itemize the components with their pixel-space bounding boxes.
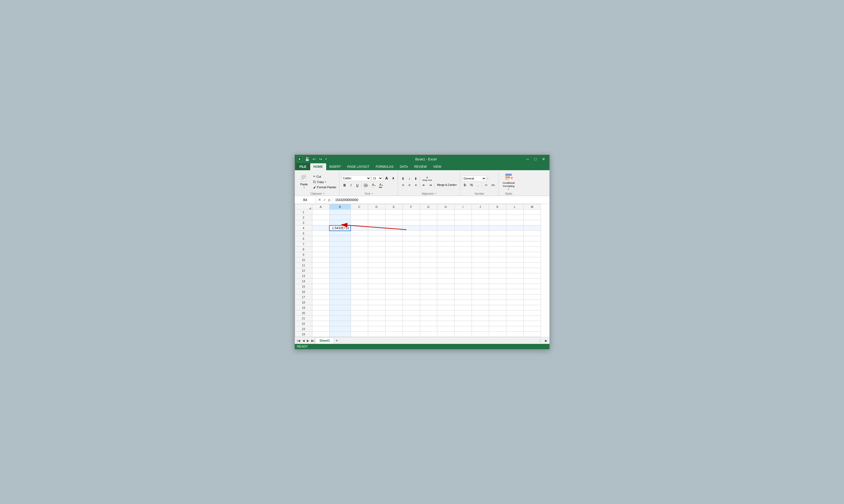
- cell-h22[interactable]: [437, 321, 454, 326]
- cell-j12[interactable]: [471, 268, 489, 273]
- cell-h16[interactable]: [437, 289, 454, 294]
- align-top-btn[interactable]: ⬆: [400, 176, 406, 182]
- cell-f6[interactable]: [402, 236, 420, 241]
- tab-file[interactable]: FILE: [296, 163, 310, 170]
- cell-c5[interactable]: [351, 231, 368, 236]
- format-painter-button[interactable]: 🖌 Format Painter: [312, 185, 338, 190]
- cell-a23[interactable]: [312, 326, 329, 332]
- tab-page-layout[interactable]: PAGE LAYOUT: [344, 163, 373, 170]
- cell-l23[interactable]: [506, 326, 523, 332]
- cell-f13[interactable]: [402, 273, 420, 278]
- minimize-btn[interactable]: ─: [524, 157, 531, 162]
- redo-quick-btn[interactable]: ↪: [318, 157, 323, 162]
- indent-decrease-btn[interactable]: ⇤: [421, 182, 427, 188]
- cell-a2[interactable]: [312, 215, 329, 220]
- cell-d17[interactable]: [368, 294, 385, 300]
- cell-c15[interactable]: [351, 284, 368, 289]
- cell-e2[interactable]: [385, 215, 402, 220]
- cell-g2[interactable]: [420, 215, 437, 220]
- cell-k22[interactable]: [489, 321, 506, 326]
- qa-dropdown-btn[interactable]: ▾: [324, 157, 328, 161]
- cell-f4[interactable]: [402, 226, 420, 231]
- cell-c18[interactable]: [351, 300, 368, 305]
- cell-e16[interactable]: [385, 289, 402, 294]
- cell-c19[interactable]: [351, 305, 368, 310]
- cell-c22[interactable]: [351, 321, 368, 326]
- cell-f16[interactable]: [402, 289, 420, 294]
- cell-j17[interactable]: [471, 294, 489, 300]
- cell-m21[interactable]: [523, 316, 541, 321]
- cell-h20[interactable]: [437, 310, 454, 316]
- cell-b7[interactable]: [329, 241, 351, 247]
- paste-button[interactable]: Paste ▾: [297, 174, 311, 190]
- cell-g12[interactable]: [420, 268, 437, 273]
- cell-d6[interactable]: [368, 236, 385, 241]
- cell-c12[interactable]: [351, 268, 368, 273]
- cell-k13[interactable]: [489, 273, 506, 278]
- cell-h15[interactable]: [437, 284, 454, 289]
- cell-j5[interactable]: [471, 231, 489, 236]
- cell-f19[interactable]: [402, 305, 420, 310]
- align-bottom-btn[interactable]: ⬇: [413, 176, 419, 182]
- cell-g21[interactable]: [420, 316, 437, 321]
- cell-d13[interactable]: [368, 273, 385, 278]
- cell-m7[interactable]: [523, 241, 541, 247]
- cell-l20[interactable]: [506, 310, 523, 316]
- cell-f11[interactable]: [402, 263, 420, 268]
- cell-a3[interactable]: [312, 220, 329, 226]
- cell-g22[interactable]: [420, 321, 437, 326]
- cell-e9[interactable]: [385, 252, 402, 257]
- cell-i11[interactable]: [454, 263, 471, 268]
- cell-i19[interactable]: [454, 305, 471, 310]
- tab-view[interactable]: VIEW: [430, 163, 445, 170]
- formula-input[interactable]: [333, 198, 549, 202]
- cell-b3[interactable]: [329, 220, 351, 226]
- copy-button[interactable]: ⿻ Copy ▾: [312, 180, 338, 184]
- merge-center-btn[interactable]: Merge & Center ▾: [436, 182, 458, 188]
- cell-d24[interactable]: [368, 332, 385, 337]
- cell-e5[interactable]: [385, 231, 402, 236]
- cell-l12[interactable]: [506, 268, 523, 273]
- cell-k21[interactable]: [489, 316, 506, 321]
- cell-m9[interactable]: [523, 252, 541, 257]
- cell-f10[interactable]: [402, 257, 420, 263]
- cell-b1[interactable]: [329, 210, 351, 215]
- cell-b20[interactable]: [329, 310, 351, 316]
- cell-i16[interactable]: [454, 289, 471, 294]
- cell-m22[interactable]: [523, 321, 541, 326]
- cell-d9[interactable]: [368, 252, 385, 257]
- cell-d12[interactable]: [368, 268, 385, 273]
- cell-h2[interactable]: [437, 215, 454, 220]
- cell-k2[interactable]: [489, 215, 506, 220]
- cell-a22[interactable]: [312, 321, 329, 326]
- cell-g23[interactable]: [420, 326, 437, 332]
- cell-a15[interactable]: [312, 284, 329, 289]
- cell-f22[interactable]: [402, 321, 420, 326]
- currency-btn[interactable]: $▾: [462, 182, 468, 188]
- sheet-nav-first-btn[interactable]: |◀: [296, 338, 301, 343]
- italic-button[interactable]: I: [348, 182, 354, 188]
- cell-b2[interactable]: [329, 215, 351, 220]
- cell-h18[interactable]: [437, 300, 454, 305]
- cell-g3[interactable]: [420, 220, 437, 226]
- cell-i10[interactable]: [454, 257, 471, 263]
- cell-i23[interactable]: [454, 326, 471, 332]
- cell-h5[interactable]: [437, 231, 454, 236]
- cell-j18[interactable]: [471, 300, 489, 305]
- cell-j22[interactable]: [471, 321, 489, 326]
- cell-j15[interactable]: [471, 284, 489, 289]
- cell-h4[interactable]: [437, 226, 454, 231]
- cell-g13[interactable]: [420, 273, 437, 278]
- cell-a18[interactable]: [312, 300, 329, 305]
- cell-a16[interactable]: [312, 289, 329, 294]
- cell-l10[interactable]: [506, 257, 523, 263]
- cell-e13[interactable]: [385, 273, 402, 278]
- align-right-btn[interactable]: ≡: [413, 182, 419, 188]
- cell-c10[interactable]: [351, 257, 368, 263]
- decrease-font-btn[interactable]: A: [390, 175, 396, 181]
- cell-g19[interactable]: [420, 305, 437, 310]
- cell-b13[interactable]: [329, 273, 351, 278]
- cell-h10[interactable]: [437, 257, 454, 263]
- tab-review[interactable]: REVIEW: [411, 163, 430, 170]
- cell-f20[interactable]: [402, 310, 420, 316]
